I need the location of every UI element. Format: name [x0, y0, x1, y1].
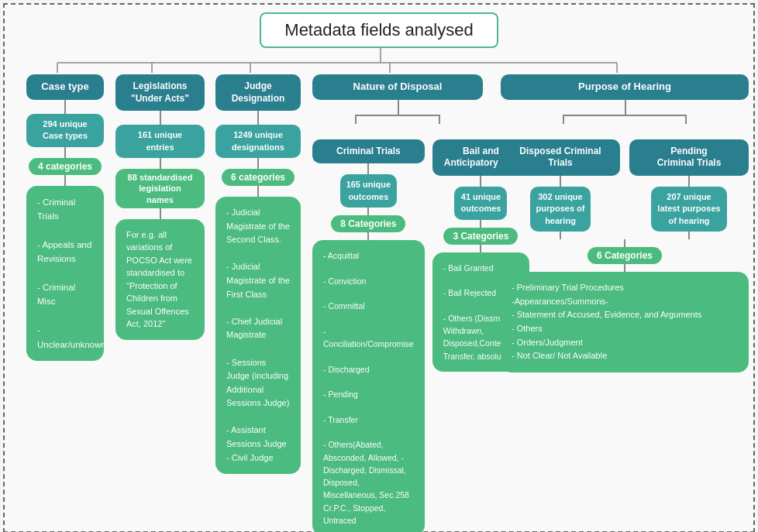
col-judge: JudgeDesignation 1249 uniquedesignations…: [215, 74, 301, 474]
vline-judge3: [257, 186, 259, 197]
badge-6cat-area: 6 Categories: [587, 247, 662, 264]
vline-ct3: [367, 232, 369, 240]
vline3: [64, 175, 66, 186]
content-legislations: For e.g. all variations of POCSO Act wer…: [115, 219, 205, 340]
badge-judge: 6 categories: [222, 169, 295, 186]
vline-pend1: [688, 176, 690, 187]
vline-judge2: [257, 158, 259, 169]
col-criminal-trials: Criminal Trials 165 uniqueoutcomes 8 Cat…: [312, 139, 425, 532]
col-disposed: Disposed CriminalTrials 302 uniquepurpos…: [501, 139, 620, 239]
vline-pend2: [688, 232, 690, 239]
hline-ph: [563, 115, 687, 116]
vline-bail2: [480, 220, 481, 228]
content-purpose-hearing: - Preliminary Trial Procedures -Appearan…: [501, 272, 749, 372]
vline-leg3: [160, 208, 161, 219]
badge-6-categories: 6 Categories: [587, 247, 662, 264]
col-pending: PendingCriminal Trials 207 uniquelatest …: [629, 139, 749, 239]
root-title: Metadata fields analysed: [260, 12, 498, 48]
vline-bail1: [480, 176, 481, 187]
vline-nd-r: [439, 115, 440, 124]
nature-disposal-connector: [312, 100, 483, 115]
hline-nd: [355, 115, 440, 116]
shared-badge-area: [624, 239, 625, 247]
content-judge: - Judicial Magistrate of the Second Clas…: [215, 197, 301, 474]
group-purpose-hearing: Purpose of Hearing Disposed CriminalTria…: [501, 74, 749, 372]
stat-judge: 1249 uniquedesignations: [215, 125, 301, 158]
header-criminal-trials: Criminal Trials: [312, 139, 425, 164]
header-purpose-hearing: Purpose of Hearing: [501, 74, 749, 100]
vline-disp2: [560, 232, 561, 239]
diagram-container: Metadata fields analysed Case type 294 u…: [3, 3, 755, 532]
vline-ct2: [367, 208, 369, 215]
header-disposed: Disposed CriminalTrials: [501, 139, 620, 176]
badge-criminal-trials: 8 Categories: [331, 215, 405, 232]
vline-ct1: [367, 163, 369, 174]
stat-disposed: 302 uniquepurposes ofhearing: [530, 187, 591, 232]
header-pending: PendingCriminal Trials: [629, 139, 749, 176]
vline: [64, 100, 66, 114]
content-case-type: - Criminal Trials - Appeals and Revision…: [26, 186, 104, 361]
vline-leg1: [160, 111, 161, 125]
nd-subgroup: Criminal Trials 165 uniqueoutcomes 8 Cat…: [312, 139, 483, 532]
stat-pending: 207 uniquelatest purposesof hearing: [651, 187, 726, 232]
stat-bail: 41 uniqueoutcomes: [454, 187, 507, 220]
header-nature-disposal: Nature of Disposal: [312, 74, 483, 100]
vline-judge1: [257, 111, 259, 125]
vline-disp1: [560, 176, 561, 187]
vline-nd-l: [355, 115, 357, 124]
header-case-type: Case type: [26, 74, 104, 100]
vline-ph: [625, 100, 626, 115]
stat-case-type: 294 uniqueCase types: [26, 114, 104, 147]
badge-case-type: 4 categories: [29, 158, 102, 175]
header-legislations: Legislations"Under Acts": [115, 74, 205, 111]
vline-leg2: [160, 158, 161, 169]
group-nature-disposal: Nature of Disposal Criminal Trials 165 u…: [312, 74, 483, 532]
badge-legislations: 88 standardisedlegislation names: [115, 169, 205, 208]
purpose-hearing-connector: [501, 100, 749, 115]
vline-nd: [398, 100, 399, 115]
diagram-area: Case type 294 uniqueCase types 4 categor…: [12, 51, 746, 523]
stat-criminal-trials: 165 uniqueoutcomes: [340, 174, 397, 208]
col-case-type: Case type 294 uniqueCase types 4 categor…: [26, 74, 104, 361]
vline-ph-l: [563, 115, 564, 124]
vline2: [64, 147, 66, 158]
col-legislations: Legislations"Under Acts" 161 uniqueentri…: [115, 74, 205, 340]
vline-bail3: [480, 245, 481, 252]
vline-shared: [624, 239, 625, 247]
stat-legislations: 161 uniqueentries: [115, 125, 205, 158]
content-criminal-trials: - Acquittal - Conviction - Committal - C…: [312, 240, 425, 532]
vline-ph-r: [685, 115, 687, 124]
ph-subgroup: Disposed CriminalTrials 302 uniquepurpos…: [501, 139, 749, 239]
vline-shared2: [624, 264, 625, 272]
header-judge: JudgeDesignation: [215, 74, 301, 111]
